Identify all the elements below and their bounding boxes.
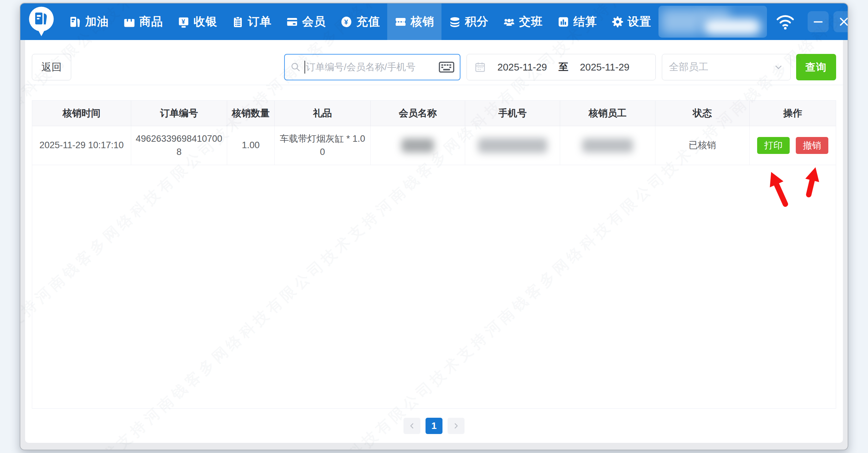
col-header-time: 核销时间	[32, 101, 131, 126]
keyboard-icon[interactable]	[439, 61, 454, 73]
pagination: 1	[32, 418, 836, 434]
staff-filter-select[interactable]: 全部员工	[662, 54, 791, 80]
cashier-icon: ¥	[177, 16, 190, 28]
recharge-icon: ¥	[340, 16, 353, 28]
search-icon	[290, 62, 301, 73]
col-header-staff: 核销员工	[560, 101, 655, 126]
orders-icon	[232, 16, 244, 28]
print-button[interactable]: 打印	[757, 137, 790, 154]
nav-item-label: 充值	[356, 14, 380, 29]
nav-item-goods[interactable]: 商品	[116, 3, 170, 40]
back-button[interactable]: 返回	[32, 54, 71, 80]
nav-item-redeem[interactable]: 核销	[387, 3, 441, 40]
cell-time: 2025-11-29 10:17:10	[32, 126, 131, 165]
fuel-pump-icon	[69, 16, 81, 28]
cell-staff-blurred	[560, 126, 655, 165]
close-icon	[838, 16, 848, 27]
staff-filter-value: 全部员工	[669, 60, 773, 74]
cell-member-blurred	[371, 126, 465, 165]
toolbar: 返回 订单编号/会员名称/手机号	[32, 54, 836, 80]
top-navbar: 加油 商品 ¥ 收银	[20, 3, 848, 40]
table-row: 2025-11-29 10:17:10 496263396984107008 1…	[32, 126, 836, 165]
date-range-picker[interactable]: 2025-11-29 至 2025-11-29	[467, 54, 656, 80]
close-button[interactable]	[833, 11, 848, 32]
nav-item-label: 结算	[573, 14, 597, 29]
nav-item-settings[interactable]: 设置	[604, 3, 658, 40]
date-to[interactable]: 2025-11-29	[580, 62, 629, 73]
nav-item-shift[interactable]: 交班	[496, 3, 550, 40]
nav-item-label: 设置	[628, 14, 651, 29]
nav-item-label: 订单	[248, 14, 272, 29]
minimize-icon	[812, 16, 824, 27]
cell-qty: 1.00	[227, 126, 275, 165]
redeem-ticket-icon	[394, 16, 407, 28]
svg-text:¥: ¥	[182, 18, 186, 25]
search-placeholder: 订单编号/会员名称/手机号	[306, 61, 439, 74]
main-content: 返回 订单编号/会员名称/手机号	[25, 40, 843, 443]
minimize-button[interactable]	[808, 11, 829, 32]
nav-item-label: 核销	[411, 14, 434, 29]
app-logo-icon	[28, 5, 54, 38]
nav-item-label: 收银	[194, 14, 217, 29]
date-from[interactable]: 2025-11-29	[497, 62, 547, 73]
nav-item-orders[interactable]: 订单	[224, 3, 279, 40]
wifi-icon	[776, 13, 795, 31]
revoke-button[interactable]: 撤销	[796, 137, 828, 154]
next-page-button[interactable]	[448, 418, 465, 434]
date-separator: 至	[558, 60, 568, 74]
nav-item-label: 加油	[85, 14, 109, 29]
cell-status: 已核销	[655, 126, 750, 165]
nav-item-label: 商品	[139, 14, 163, 29]
settings-gear-icon	[611, 16, 624, 28]
nav-item-cashier[interactable]: ¥ 收银	[170, 3, 224, 40]
query-button[interactable]: 查询	[796, 54, 836, 80]
nav-item-label: 积分	[465, 14, 489, 29]
svg-text:¥: ¥	[344, 18, 349, 25]
page-1-button[interactable]: 1	[426, 418, 442, 434]
nav-item-label: 交班	[519, 14, 543, 29]
settle-chart-icon	[557, 16, 570, 28]
nav-item-fuel[interactable]: 加油	[62, 3, 116, 40]
search-input[interactable]: 订单编号/会员名称/手机号	[284, 54, 460, 80]
col-header-member: 会员名称	[371, 101, 465, 126]
nav-item-settle[interactable]: 结算	[550, 3, 604, 40]
chevron-right-icon	[452, 422, 460, 430]
cell-actions: 打印 撤销	[750, 126, 836, 165]
nav-item-member[interactable]: 会员	[279, 3, 333, 40]
text-caret	[304, 61, 305, 74]
nav-item-recharge[interactable]: ¥ 充值	[333, 3, 387, 40]
app-window: 加油 商品 ¥ 收银	[20, 3, 848, 450]
col-header-actions: 操作	[750, 101, 836, 126]
cell-phone-blurred	[465, 126, 560, 165]
calendar-icon	[474, 61, 486, 73]
shift-people-icon	[503, 16, 515, 28]
table-header-row: 核销时间 订单编号 核销数量 礼品 会员名称 手机号 核销员工 状态 操作	[32, 101, 836, 126]
cell-order-no: 496263396984107008	[131, 126, 227, 165]
nav-item-points[interactable]: 积分	[441, 3, 496, 40]
station-info-blurred	[658, 6, 767, 38]
chevron-left-icon	[408, 422, 416, 430]
toolbar-separator	[25, 85, 843, 85]
col-header-gift: 礼品	[275, 101, 371, 126]
cell-gift: 车载带灯烟灰缸 * 1.00	[275, 126, 371, 165]
nav-item-label: 会员	[302, 14, 326, 29]
redeem-table: 核销时间 订单编号 核销数量 礼品 会员名称 手机号 核销员工 状态 操作 20…	[32, 100, 836, 409]
prev-page-button[interactable]	[403, 418, 420, 434]
col-header-qty: 核销数量	[227, 101, 275, 126]
col-header-order-no: 订单编号	[131, 101, 227, 126]
chevron-down-icon	[773, 62, 784, 72]
points-coins-icon	[449, 16, 461, 28]
col-header-status: 状态	[655, 101, 750, 126]
goods-bag-icon	[123, 16, 136, 28]
member-card-icon	[286, 16, 298, 28]
col-header-phone: 手机号	[465, 101, 560, 126]
